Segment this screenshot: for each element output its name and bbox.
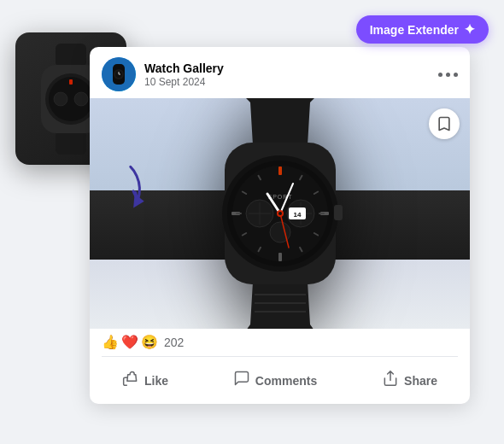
menu-dot-1: [438, 73, 442, 77]
svg-point-51: [278, 212, 282, 215]
svg-rect-52: [334, 205, 343, 220]
svg-rect-24: [278, 253, 282, 261]
sparkle-icon: ✦: [464, 21, 475, 38]
like-reaction: 👍: [102, 336, 119, 349]
share-label: Share: [404, 374, 437, 388]
like-icon: [122, 370, 139, 391]
scene: Image Extender ✦: [0, 0, 504, 444]
reaction-count: 202: [164, 336, 184, 349]
svg-point-5: [54, 92, 67, 106]
like-label: Like: [144, 374, 168, 388]
svg-text:14: 14: [293, 211, 301, 219]
post-header-left: Watch Gallery 10 Sept 2024: [102, 57, 224, 91]
post-card: Watch Gallery 10 Sept 2024: [90, 47, 470, 404]
avatar: [102, 57, 136, 91]
post-date: 10 Sept 2024: [144, 76, 224, 88]
menu-dot-2: [446, 73, 450, 77]
post-channel-name: Watch Gallery: [144, 61, 224, 76]
share-icon: [382, 370, 399, 391]
comments-label: Comments: [255, 374, 317, 388]
post-actions: Like Comments Share: [90, 360, 470, 404]
watch-large-wrap: 14 SPORT: [161, 107, 400, 329]
post-menu-button[interactable]: [438, 73, 458, 77]
svg-marker-9: [128, 194, 145, 211]
svg-rect-34: [236, 213, 242, 214]
post-meta: Watch Gallery 10 Sept 2024: [144, 61, 224, 88]
reactions-row: 👍 ❤️ 😆 202: [90, 329, 470, 353]
svg-rect-23: [278, 166, 282, 175]
heart-reaction: ❤️: [121, 336, 138, 349]
haha-reaction: 😆: [141, 336, 158, 349]
svg-rect-0: [56, 44, 86, 67]
menu-dot-3: [454, 73, 458, 77]
badge-label: Image Extender: [370, 23, 459, 37]
share-button[interactable]: Share: [365, 364, 454, 397]
like-button[interactable]: Like: [105, 364, 185, 397]
watch-large-svg: 14 SPORT: [178, 98, 383, 329]
comments-button[interactable]: Comments: [216, 364, 334, 397]
post-header: Watch Gallery 10 Sept 2024: [90, 47, 470, 98]
post-image: 14 SPORT: [90, 98, 470, 329]
comments-icon: [233, 370, 250, 391]
image-extender-badge: Image Extender ✦: [356, 15, 489, 44]
svg-rect-1: [56, 131, 86, 155]
svg-point-39: [270, 222, 290, 242]
svg-rect-29: [319, 213, 325, 214]
save-button[interactable]: [429, 108, 460, 139]
svg-point-6: [74, 92, 88, 106]
svg-rect-7: [69, 79, 73, 85]
divider: [102, 356, 458, 357]
